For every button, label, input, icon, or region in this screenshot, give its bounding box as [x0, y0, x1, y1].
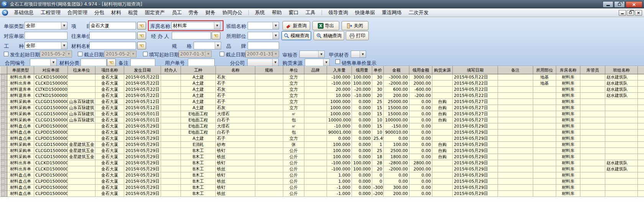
table-cell[interactable] — [161, 136, 181, 142]
table-cell[interactable]: 10.000 — [327, 93, 352, 99]
table-cell[interactable]: 0 — [372, 178, 384, 185]
table-row[interactable]: 材料盘点单CLPDD150000002金石大厦2015年05月29日B木工铁丝公… — [0, 178, 644, 185]
table-cell[interactable]: 2015年05月29日 — [124, 136, 161, 142]
branch-select[interactable]: ▼ — [247, 59, 279, 66]
menu-item[interactable]: 协同办公 — [219, 8, 246, 17]
column-header[interactable]: 金额 — [384, 67, 409, 74]
table-cell[interactable]: 0.00 — [409, 105, 432, 111]
fill-start-checkbox[interactable] — [143, 52, 148, 56]
table-cell[interactable]: CLPDD150000002 — [34, 172, 68, 178]
table-cell[interactable]: E地面工程 — [181, 111, 216, 117]
table-cell[interactable] — [533, 105, 556, 111]
table-cell[interactable]: 0.000 — [352, 191, 372, 197]
table-cell[interactable]: 15000.00 — [384, 105, 409, 111]
table-cell[interactable]: 砂布 — [216, 142, 255, 148]
table-cell[interactable]: A土建 — [181, 87, 216, 93]
table-cell[interactable] — [432, 123, 453, 129]
table-row[interactable]: 材料盘点单CLPDD150000003金石大厦2015年05月29日B木工铁钉公… — [0, 185, 644, 191]
print-button[interactable]: 打印 — [346, 31, 369, 40]
table-cell[interactable]: 大理石 — [216, 123, 255, 129]
row-selector[interactable] — [0, 148, 7, 154]
table-cell[interactable]: 200.00 — [384, 191, 409, 197]
table-cell[interactable] — [161, 166, 181, 172]
table-cell[interactable] — [580, 93, 605, 99]
table-cell[interactable] — [498, 129, 533, 136]
menu-item[interactable]: 系统 — [251, 8, 268, 17]
table-cell[interactable] — [161, 74, 181, 80]
table-cell[interactable]: 0.00 — [409, 172, 432, 178]
table-cell[interactable] — [255, 166, 283, 172]
table-cell[interactable]: -200.00 — [409, 93, 432, 99]
table-cell[interactable]: 2800.00 — [409, 160, 432, 166]
table-cell[interactable]: 金石大厦 — [95, 117, 124, 123]
table-cell[interactable]: 山东百脉建筑 — [68, 111, 95, 117]
table-cell[interactable]: 0.000 — [352, 136, 372, 142]
table-cell[interactable]: 金石大厦 — [95, 136, 124, 142]
table-cell[interactable]: 0.00 — [409, 136, 432, 142]
table-cell[interactable]: 2015年05月22日 — [124, 74, 161, 80]
table-cell[interactable] — [580, 111, 605, 117]
table-cell[interactable] — [161, 93, 181, 99]
table-cell[interactable]: CLCGD150000005 — [34, 111, 68, 117]
table-cell[interactable]: 赵水建筑队 — [605, 166, 638, 172]
table-cell[interactable]: CLPDD150000003 — [34, 191, 68, 197]
menu-item[interactable]: 重连网络 — [378, 8, 405, 17]
table-cell[interactable]: 25000.00 — [384, 99, 409, 105]
table-cell[interactable] — [533, 129, 556, 136]
table-cell[interactable] — [638, 178, 644, 185]
audited-select[interactable]: ▼ — [299, 51, 325, 58]
dropdown-arrow-icon[interactable]: ▼ — [214, 22, 220, 29]
row-selector[interactable] — [0, 111, 7, 117]
table-cell[interactable] — [605, 191, 638, 197]
table-cell[interactable]: 0.000 — [352, 185, 372, 191]
table-cell[interactable]: 25.49 — [372, 136, 384, 142]
table-cell[interactable] — [161, 80, 181, 87]
table-cell[interactable]: CLCGD150000006 — [34, 148, 68, 154]
table-cell[interactable]: -10.000 — [352, 93, 372, 99]
column-header[interactable]: 规格 — [255, 67, 283, 74]
row-selector[interactable] — [0, 166, 7, 172]
table-cell[interactable] — [605, 123, 638, 129]
warehouse-select[interactable]: 材料库 ▼ — [171, 22, 220, 29]
column-header[interactable]: 经办人 — [161, 67, 181, 74]
table-cell[interactable]: 10 — [372, 129, 384, 136]
spec-select[interactable]: ▼ — [194, 42, 221, 49]
table-cell[interactable]: 公斤 — [283, 160, 304, 166]
table-cell[interactable]: 2015年05月29日 — [453, 160, 498, 166]
menu-item[interactable]: 合同管理 — [64, 8, 91, 17]
user-doc-no-input[interactable] — [188, 59, 215, 66]
table-cell[interactable]: 材料出库单 — [7, 74, 34, 80]
minimize-button[interactable] — [603, 1, 613, 8]
table-cell[interactable]: 材料库 — [556, 93, 580, 99]
table-cell[interactable] — [638, 99, 644, 105]
sales-price-display-checkbox[interactable] — [335, 59, 340, 64]
table-cell[interactable]: E地面工程 — [181, 117, 216, 123]
table-cell[interactable]: 石灰 — [216, 87, 255, 93]
row-selector[interactable] — [0, 136, 7, 142]
table-cell[interactable]: 石灰 — [216, 74, 255, 80]
table-cell[interactable]: 材料出库单 — [7, 160, 34, 166]
table-cell[interactable]: 立方 — [283, 99, 304, 105]
table-cell[interactable]: 2015年05月29日 — [453, 154, 498, 160]
table-cell[interactable]: 2015年05月27日 — [453, 105, 498, 111]
table-cell[interactable]: 公斤 — [283, 191, 304, 197]
table-cell[interactable]: 材料出库单 — [7, 80, 34, 87]
material-class-picker-button[interactable]: ☜ — [107, 59, 116, 66]
table-cell[interactable] — [432, 129, 453, 136]
table-cell[interactable] — [304, 123, 327, 129]
table-cell[interactable] — [304, 99, 327, 105]
table-cell[interactable] — [638, 105, 644, 111]
table-cell[interactable] — [304, 93, 327, 99]
table-cell[interactable] — [304, 191, 327, 197]
table-cell[interactable]: 2015年05月29日 — [453, 123, 498, 129]
table-cell[interactable] — [580, 166, 605, 172]
table-cell[interactable]: A土建 — [181, 80, 216, 87]
table-cell[interactable]: CLCGD150000005 — [34, 117, 68, 123]
table-cell[interactable] — [580, 154, 605, 160]
table-cell[interactable] — [605, 105, 638, 111]
table-cell[interactable]: 材料库 — [556, 172, 580, 178]
menu-item[interactable]: 领导查询 — [325, 8, 352, 17]
owner-supplied-select[interactable]: ▼ — [351, 51, 366, 58]
table-cell[interactable] — [638, 74, 644, 80]
table-cell[interactable]: 铁丝 — [216, 178, 255, 185]
